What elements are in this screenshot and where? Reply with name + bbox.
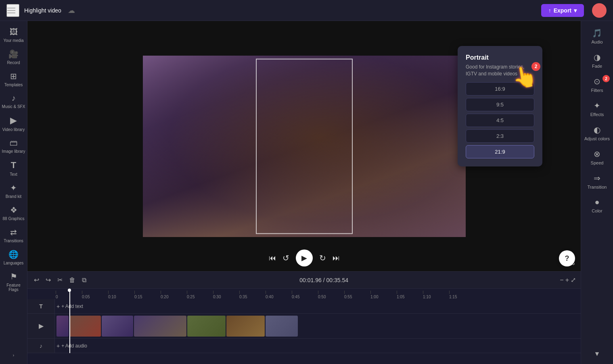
tick-8: 0:40: [265, 291, 291, 299]
zoom-in-button[interactable]: +: [565, 276, 569, 284]
audio-track-label: ♪: [27, 339, 55, 353]
play-button[interactable]: ▶: [296, 250, 313, 266]
speed-tool[interactable]: ⊗ Speed: [581, 145, 613, 169]
text-track: T + + Add text: [27, 299, 581, 314]
ratio-btn-9-5[interactable]: 9:5: [466, 98, 534, 111]
audio-tool[interactable]: 🎵 Audio: [581, 24, 613, 48]
adjust-colors-tool-wrapper: ◐ Adjust colors: [581, 121, 613, 145]
sidebar-item-feature-flags[interactable]: ⚑ Feature Flags: [0, 268, 27, 295]
clip-4[interactable]: [187, 316, 226, 337]
ratio-btn-21-9[interactable]: 21:9: [466, 145, 534, 158]
zoom-out-button[interactable]: −: [560, 276, 563, 284]
rewind-button[interactable]: ↺: [282, 253, 289, 263]
add-audio-button[interactable]: + + Add audio: [56, 343, 87, 349]
transition-tool[interactable]: ⇒ Transition: [581, 169, 613, 193]
portrait-panel-subtitle: Good for Instagram stories, IGTV and mob…: [466, 64, 534, 77]
filters-tool[interactable]: ⊙ Filters 2: [581, 73, 613, 97]
your-media-icon: 🖼: [10, 27, 18, 37]
adjust-colors-icon: ◐: [594, 125, 600, 135]
audio-track-content[interactable]: + + Add audio: [55, 341, 581, 351]
zoom-fit-button[interactable]: ⤢: [571, 276, 576, 284]
clip-3[interactable]: [134, 316, 186, 337]
fade-tool[interactable]: ◑ Fade: [581, 48, 613, 73]
add-text-button[interactable]: + + Add text: [56, 303, 83, 310]
sidebar-item-transitions[interactable]: ⇄ Transitions: [0, 224, 27, 246]
transition-tool-wrapper: ⇒ Transition: [581, 169, 613, 193]
cloud-icon: ☁: [68, 6, 75, 15]
right-panel-collapse[interactable]: ▼: [591, 347, 604, 361]
video-track: ▶: [27, 314, 581, 339]
sidebar: 🖼 Your media 🎥 Record ⊞ Templates ♪ Musi…: [0, 21, 27, 364]
text-icon: T: [11, 160, 16, 171]
audio-tool-wrapper: 🎵 Audio: [581, 24, 613, 48]
effects-tool[interactable]: ✦ Effects: [581, 97, 613, 121]
sidebar-item-your-media[interactable]: 🖼 Your media: [0, 24, 27, 46]
brand-kit-icon: ✦: [10, 183, 17, 193]
tick-13: 1:05: [396, 291, 422, 299]
sidebar-item-image-library[interactable]: 🗃 Image library: [0, 135, 27, 157]
right-panel-collapse-btn[interactable]: ▼: [594, 350, 600, 358]
sidebar-item-text[interactable]: T Text: [0, 157, 27, 180]
play-icon: ▶: [301, 254, 307, 262]
aspect-ratio-list: 16:9 9:5 4:5 2:3 21:9: [466, 82, 534, 158]
ruler-ticks: 0 0:05 0:10 0:15 0:20 0:25 0:30 0:35 0:4…: [55, 291, 475, 299]
playback-controls: ⏮ ↺ ▶ ↻ ⏭: [269, 250, 340, 266]
tick-7: 0:35: [239, 291, 265, 299]
delete-button[interactable]: 🗑: [67, 275, 77, 285]
clip-2[interactable]: [102, 316, 133, 337]
sidebar-collapse-btn[interactable]: ›: [0, 350, 27, 361]
record-icon: 🎥: [8, 49, 19, 59]
timeline-zoom-controls: − + ⤢: [560, 276, 576, 284]
ratio-btn-4-5[interactable]: 4:5: [466, 114, 534, 127]
tick-14: 1:10: [422, 291, 448, 299]
speed-tool-wrapper: ⊗ Speed: [581, 145, 613, 169]
text-track-content[interactable]: + + Add text: [55, 302, 581, 311]
clip-6[interactable]: [266, 316, 298, 337]
sidebar-item-record[interactable]: 🎥 Record: [0, 46, 27, 68]
templates-icon: ⊞: [10, 71, 17, 81]
video-track-icon: ▶: [39, 322, 44, 330]
languages-icon: 🌐: [8, 250, 19, 259]
feature-flags-icon: ⚑: [10, 272, 17, 281]
export-button[interactable]: ↑ Export ▾: [541, 4, 584, 17]
sidebar-item-music-sfx[interactable]: ♪ Music & SFX: [0, 90, 27, 112]
fade-icon: ◑: [594, 52, 600, 62]
redo-button[interactable]: ↪: [44, 275, 52, 285]
forward-button[interactable]: ↻: [319, 253, 326, 263]
adjust-colors-tool[interactable]: ◐ Adjust colors: [581, 121, 613, 145]
sidebar-item-templates[interactable]: ⊞ Templates: [0, 68, 27, 90]
sidebar-item-graphics[interactable]: ❖ 88 Graphics: [0, 202, 27, 224]
skip-back-button[interactable]: ⏮: [269, 254, 276, 262]
canvas-area: Portrait Good for Instagram stories, IGT…: [27, 21, 581, 271]
undo-button[interactable]: ↩: [32, 275, 41, 285]
image-library-icon: 🗃: [10, 138, 18, 148]
tick-6: 0:30: [212, 291, 239, 299]
sidebar-item-languages[interactable]: 🌐 Languages: [0, 246, 27, 268]
center-area: Portrait Good for Instagram stories, IGT…: [27, 21, 581, 364]
tick-3: 0:15: [134, 291, 160, 299]
color-tool-wrapper: ● Color: [581, 193, 613, 217]
filters-badge: 2: [603, 75, 610, 82]
sidebar-item-brand-kit[interactable]: ✦ Brand kit: [0, 180, 27, 202]
duplicate-button[interactable]: ⧉: [80, 275, 88, 285]
clip-0[interactable]: [56, 316, 69, 337]
avatar: [592, 3, 607, 18]
right-panel: 🎵 Audio ◑ Fade ⊙ Filters 2 ✦ Effects: [581, 21, 613, 364]
tick-11: 0:55: [343, 291, 370, 299]
audio-track: ♪ + + Add audio: [27, 339, 581, 353]
color-tool[interactable]: ● Color: [581, 193, 613, 217]
effects-icon: ✦: [594, 101, 600, 110]
export-dropdown-icon: ▾: [574, 7, 577, 14]
ratio-btn-16-9[interactable]: 16:9: [466, 82, 534, 96]
clip-5[interactable]: [226, 316, 265, 337]
skip-forward-button[interactable]: ⏭: [333, 254, 340, 262]
clip-1[interactable]: [69, 316, 101, 337]
main-area: 🖼 Your media 🎥 Record ⊞ Templates ♪ Musi…: [0, 21, 613, 364]
video-track-content: [55, 314, 581, 338]
help-button[interactable]: ?: [559, 250, 575, 266]
video-library-icon: ▶: [10, 115, 17, 126]
hamburger-button[interactable]: [6, 4, 19, 17]
sidebar-item-video-library[interactable]: ▶ Video library: [0, 112, 27, 135]
ratio-btn-2-3[interactable]: 2:3: [466, 129, 534, 143]
cut-button[interactable]: ✂: [56, 275, 64, 285]
